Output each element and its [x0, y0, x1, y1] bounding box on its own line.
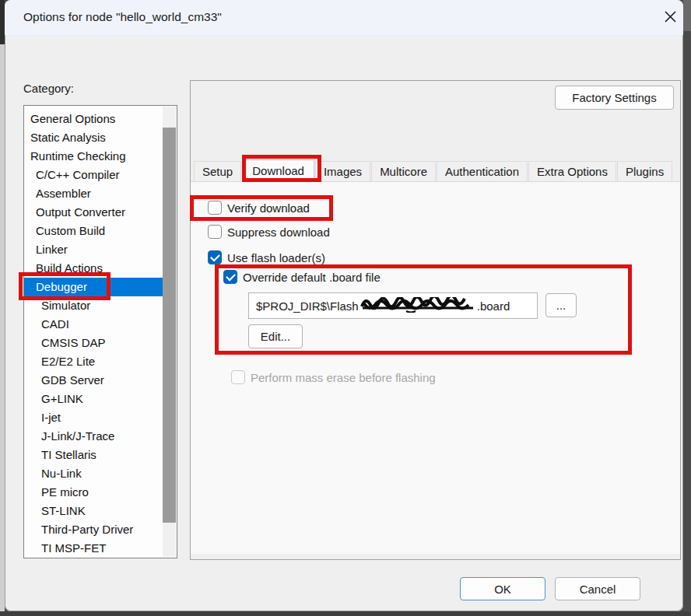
category-item-third-party-driver[interactable]: Third-Party Driver	[24, 520, 163, 539]
category-item-output-converter[interactable]: Output Converter	[24, 203, 163, 222]
category-item-debugger[interactable]: Debugger	[24, 278, 163, 296]
use-flash-loaders-label: Use flash loader(s)	[227, 251, 325, 264]
category-item-i-jet[interactable]: I-jet	[24, 408, 163, 427]
category-item-simulator[interactable]: Simulator	[24, 296, 163, 315]
edit-button[interactable]: Edit...	[248, 324, 303, 348]
category-item-ti-stellaris[interactable]: TI Stellaris	[24, 446, 163, 464]
checkbox-unchecked-icon[interactable]	[208, 201, 222, 215]
tab-plugins[interactable]: Plugins	[617, 161, 672, 181]
factory-settings-button[interactable]: Factory Settings	[555, 86, 674, 110]
cancel-button[interactable]: Cancel	[555, 577, 640, 600]
close-icon	[664, 10, 677, 26]
category-item-cmsis-dap[interactable]: CMSIS DAP	[24, 334, 163, 352]
ok-button[interactable]: OK	[460, 577, 545, 600]
tab-strip: SetupDownloadImagesMulticoreAuthenticati…	[194, 159, 673, 181]
title-bar: Options for node "hello_world_cm33"	[5, 0, 683, 35]
category-item-cadi[interactable]: CADI	[24, 315, 163, 334]
tab-images[interactable]: Images	[315, 161, 370, 181]
use-flash-loaders-checkbox-row[interactable]: Use flash loader(s)	[208, 250, 325, 264]
background-window-right-strip	[683, 0, 691, 616]
category-item-static-analysis[interactable]: Static Analysis	[24, 128, 163, 147]
options-dialog: Options for node "hello_world_cm33" Cate…	[5, 0, 683, 611]
path-prefix-text: $PROJ_DIR$\Flash	[256, 299, 359, 313]
category-item-nu-link[interactable]: Nu-Link	[24, 464, 163, 483]
category-list-scrollbar[interactable]	[163, 107, 176, 557]
override-board-file-checkbox-row[interactable]: Override default .board file	[223, 270, 381, 284]
suppress-download-label: Suppress download	[227, 226, 330, 239]
category-item-runtime-checking[interactable]: Runtime Checking	[24, 147, 163, 166]
board-file-path-input[interactable]: $PROJ_DIR$\Flash.board	[248, 292, 538, 319]
mass-erase-label: Perform mass erase before flashing	[251, 371, 436, 384]
category-item-g-link[interactable]: G+LINK	[24, 390, 163, 408]
background-window-bottom-strip	[0, 611, 691, 616]
category-list-items: General OptionsStatic AnalysisRuntime Ch…	[24, 110, 163, 558]
scrollbar-thumb[interactable]	[163, 128, 176, 523]
checkbox-checked-icon[interactable]	[208, 250, 222, 264]
category-list[interactable]: General OptionsStatic AnalysisRuntime Ch…	[23, 105, 177, 558]
verify-download-label: Verify download	[227, 201, 310, 215]
category-item-linker[interactable]: Linker	[24, 240, 163, 259]
category-item-st-link[interactable]: ST-LINK	[24, 502, 163, 520]
redaction-scribble	[360, 297, 476, 315]
category-item-custom-build[interactable]: Custom Build	[24, 222, 163, 240]
verify-download-checkbox-row[interactable]: Verify download	[208, 201, 310, 215]
category-item-j-link-j-trace[interactable]: J-Link/J-Trace	[24, 427, 163, 446]
tab-setup[interactable]: Setup	[194, 161, 241, 181]
override-board-file-label: Override default .board file	[243, 271, 381, 284]
close-button[interactable]	[658, 6, 682, 30]
tab-extra-options[interactable]: Extra Options	[528, 161, 616, 181]
mass-erase-checkbox-row: Perform mass erase before flashing	[231, 370, 436, 384]
checkbox-unchecked-icon[interactable]	[208, 225, 222, 239]
browse-button[interactable]: ...	[545, 293, 577, 317]
checkbox-disabled-icon	[231, 370, 245, 384]
dialog-title: Options for node "hello_world_cm33"	[23, 10, 222, 24]
category-item-ti-msp-fet[interactable]: TI MSP-FET	[24, 539, 163, 558]
category-item-build-actions[interactable]: Build Actions	[24, 259, 163, 278]
category-label: Category:	[23, 82, 74, 95]
tab-authentication[interactable]: Authentication	[437, 161, 528, 181]
category-item-assembler[interactable]: Assembler	[24, 184, 163, 203]
category-item-c-c-compiler[interactable]: C/C++ Compiler	[24, 166, 163, 184]
tab-download[interactable]: Download	[242, 159, 314, 181]
checkbox-checked-icon[interactable]	[223, 270, 237, 284]
suppress-download-checkbox-row[interactable]: Suppress download	[208, 225, 330, 239]
category-item-general-options[interactable]: General Options	[24, 110, 163, 128]
tab-multicore[interactable]: Multicore	[371, 161, 436, 181]
path-suffix-text: .board	[477, 299, 510, 313]
category-item-e2-e2-lite[interactable]: E2/E2 Lite	[24, 352, 163, 371]
category-item-gdb-server[interactable]: GDB Server	[24, 371, 163, 390]
category-item-pe-micro[interactable]: PE micro	[24, 483, 163, 502]
